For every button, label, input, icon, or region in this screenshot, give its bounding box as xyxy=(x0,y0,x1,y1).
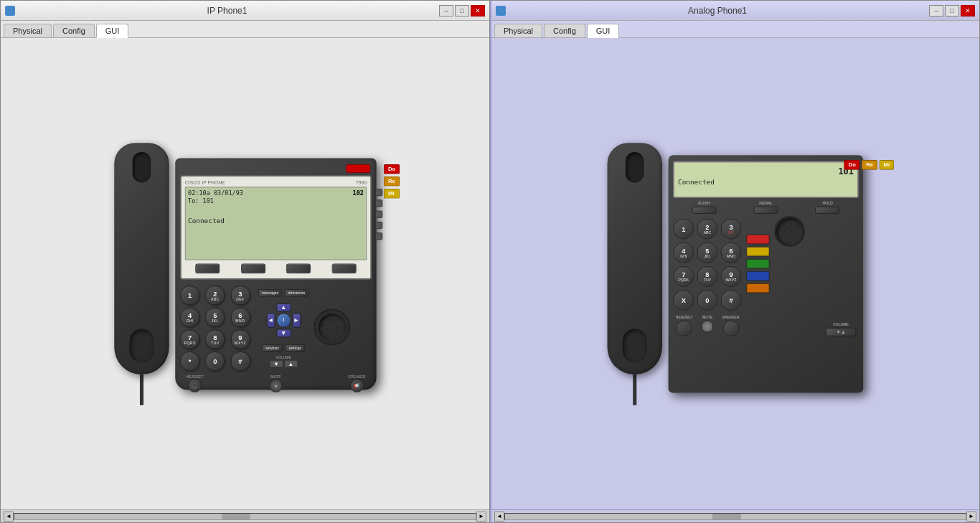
ip-side-btn-2[interactable] xyxy=(375,199,382,207)
ip-nav-right[interactable]: ► xyxy=(292,312,301,326)
ip-phone-maximize-button[interactable]: □ xyxy=(455,5,469,17)
analog-redial-label: REDIAL xyxy=(759,201,772,204)
analog-phone-close-button[interactable]: ✕ xyxy=(961,5,975,17)
ip-volume-up[interactable]: ▲ xyxy=(283,359,297,367)
analog-re-led[interactable]: Re xyxy=(862,160,877,170)
analog-key-0[interactable]: 0 xyxy=(697,290,717,311)
ip-key-4[interactable]: 4GHI xyxy=(180,307,199,326)
analog-mi-led[interactable]: Mi xyxy=(880,160,894,170)
tab-ip-gui[interactable]: GUI xyxy=(96,24,129,38)
ip-scroll-left[interactable]: ◄ xyxy=(4,512,14,522)
ip-phone-minimize-button[interactable]: – xyxy=(439,5,453,17)
analog-key-7[interactable]: 7PQRS xyxy=(673,265,694,286)
ip-nav-down[interactable]: ▼ xyxy=(275,329,290,337)
ip-soft-key-3[interactable] xyxy=(286,263,311,273)
ip-scroll-thumb[interactable] xyxy=(222,514,250,519)
analog-speaker-button[interactable] xyxy=(723,320,739,336)
ip-key-5[interactable]: 5JKL xyxy=(205,307,225,326)
ip-phone-do-led[interactable]: Do xyxy=(383,164,399,174)
analog-screen-extension: 101 xyxy=(678,166,854,176)
analog-key-6[interactable]: 6MNO xyxy=(721,242,742,263)
analog-key-3[interactable]: 3DIF xyxy=(721,218,742,239)
ip-services-button[interactable]: services xyxy=(262,344,283,351)
ip-side-btn-4[interactable] xyxy=(375,221,382,228)
ip-key-hash[interactable]: # xyxy=(230,351,250,370)
analog-key-1[interactable]: 1 xyxy=(673,218,694,239)
tab-analog-config[interactable]: Config xyxy=(544,24,585,37)
ip-key-1[interactable]: 1 xyxy=(180,286,199,305)
analog-scroll-left[interactable]: ◄ xyxy=(494,512,504,522)
ip-side-btn-1[interactable] xyxy=(375,189,382,196)
ip-headset-button[interactable]: 🎧 xyxy=(188,379,202,392)
ip-key-3[interactable]: 3DEF xyxy=(230,286,250,305)
analog-green-button[interactable] xyxy=(746,258,769,268)
analog-hold-button[interactable] xyxy=(816,206,840,213)
analog-phone-window-controls: – □ ✕ xyxy=(929,5,975,17)
analog-key-2[interactable]: 2ABC xyxy=(697,218,717,239)
analog-mute-button[interactable] xyxy=(702,320,714,332)
analog-volume-bar[interactable]: ▼▲ xyxy=(826,327,857,336)
ip-phone-screen: 02:10a 03/01/93 102 To: 101 Connected xyxy=(184,187,366,260)
tab-ip-physical[interactable]: Physical xyxy=(4,24,52,37)
analog-scroll-right[interactable]: ► xyxy=(966,512,976,522)
analog-yellow-button-1[interactable] xyxy=(746,246,769,256)
analog-phone-minimize-button[interactable]: – xyxy=(929,5,943,17)
ip-headset-control: HEADSET 🎧 xyxy=(186,374,203,392)
analog-red-button[interactable] xyxy=(746,234,769,244)
ip-speaker-control: SPEAKER 📢 xyxy=(348,374,365,392)
ip-directories-button[interactable]: directories xyxy=(284,288,308,296)
ip-nav-up[interactable]: ▲ xyxy=(275,303,290,311)
analog-phone-speaker xyxy=(774,216,805,247)
analog-function-row: FLASH REDIAL HOLD xyxy=(673,201,858,213)
ip-key-7[interactable]: 7PQRS xyxy=(180,329,199,349)
ip-phone-mi-led[interactable]: Mi xyxy=(383,189,399,199)
ip-phone-close-button[interactable]: ✕ xyxy=(471,5,485,17)
analog-headset-button[interactable] xyxy=(677,320,692,336)
ip-mute-button[interactable]: ● xyxy=(269,379,283,392)
ip-nav-left[interactable]: ◄ xyxy=(266,312,275,326)
analog-key-4[interactable]: 4GHI xyxy=(673,242,694,263)
ip-key-8[interactable]: 8TUV xyxy=(205,329,225,349)
analog-phone-maximize-button[interactable]: □ xyxy=(945,5,959,17)
ip-key-star[interactable]: * xyxy=(180,351,199,370)
ip-settings-button[interactable]: settings xyxy=(285,344,305,351)
ip-scroll-right[interactable]: ► xyxy=(476,512,486,522)
analog-key-hash[interactable]: # xyxy=(721,290,742,311)
analog-key-5[interactable]: 5JKL xyxy=(697,242,717,263)
ip-phone-content: Do Re Mi CISCO IP PHONE 7960 02:10a xyxy=(1,38,489,509)
ip-services-settings: services settings xyxy=(262,344,305,351)
ip-volume-down[interactable]: ▼ xyxy=(269,359,283,367)
ip-key-6[interactable]: 6MNO xyxy=(230,307,250,326)
ip-soft-key-1[interactable] xyxy=(195,263,220,273)
analog-scroll-thumb[interactable] xyxy=(712,514,741,519)
analog-blue-button[interactable] xyxy=(746,270,769,281)
ip-key-0[interactable]: 0 xyxy=(205,351,225,370)
ip-messages-button[interactable]: messages xyxy=(258,288,281,296)
ip-phone-re-led[interactable]: Re xyxy=(383,176,399,187)
ip-phone-body: CISCO IP PHONE 7960 02:10a 03/01/93 102 … xyxy=(175,158,377,390)
ip-phone-brand-label: CISCO IP PHONE xyxy=(184,180,225,186)
ip-phone-handset xyxy=(114,143,169,374)
ip-speaker-button[interactable]: 📢 xyxy=(350,379,364,392)
analog-flash-button[interactable] xyxy=(692,206,716,213)
ip-side-btn-3[interactable] xyxy=(375,210,382,217)
ip-scroll-track[interactable] xyxy=(14,513,476,520)
ip-soft-key-2[interactable] xyxy=(240,263,265,273)
ip-soft-key-4[interactable] xyxy=(331,263,356,273)
tab-ip-config[interactable]: Config xyxy=(53,24,95,37)
analog-redial-button[interactable] xyxy=(753,206,778,213)
analog-orange-button[interactable] xyxy=(746,283,769,293)
analog-scroll-track[interactable] xyxy=(504,513,966,520)
ip-phone-keypad: 1 2ABC 3DEF 4GHI 5JKL 6MNO 7PQRS 8TUV 9W… xyxy=(180,286,253,371)
ip-key-2[interactable]: 2ABC xyxy=(205,286,225,305)
tab-analog-physical[interactable]: Physical xyxy=(494,24,542,37)
analog-key-x[interactable]: X xyxy=(673,290,694,311)
ip-side-btn-5[interactable] xyxy=(375,232,382,240)
analog-key-9[interactable]: 9WXYZ xyxy=(721,265,742,286)
tab-analog-gui[interactable]: GUI xyxy=(587,24,620,38)
ip-nav-center[interactable]: i xyxy=(275,312,290,326)
ip-key-9[interactable]: 9WXYZ xyxy=(230,329,250,349)
analog-key-8[interactable]: 8TUV xyxy=(697,265,717,286)
analog-phone-window-icon xyxy=(496,6,506,16)
analog-do-led[interactable]: Do xyxy=(844,160,860,170)
